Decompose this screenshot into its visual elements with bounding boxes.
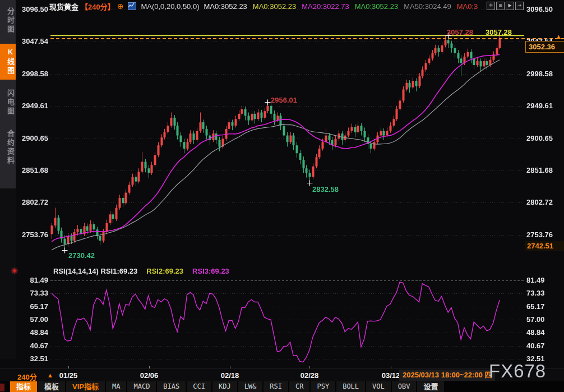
early-low-annotation: 2730.42 — [68, 251, 95, 260]
toolbar-item-KDJ[interactable]: KDJ — [212, 381, 237, 392]
trough-annotation: 2832.58 — [312, 185, 339, 193]
price-tick-right: 2949.61 — [526, 102, 561, 110]
rsi-tick-right: 40.67 — [526, 342, 561, 350]
rsi-tick-left: 32.51 — [16, 354, 48, 363]
chart-window-buttons: ✛⊞▶⇥ — [487, 2, 524, 10]
rsi-tick-left: 81.49 — [16, 276, 48, 284]
date-label: 02/06 — [140, 371, 159, 380]
toolbar-item-OBV[interactable]: OBV — [392, 381, 417, 392]
timeframe-selector[interactable]: 240分 — [17, 371, 37, 382]
rsi-tick-left: 48.84 — [16, 328, 48, 336]
toolbar-item-RSI[interactable]: RSI — [263, 381, 288, 392]
zoom-fit-icon[interactable]: ⊞ — [496, 2, 505, 10]
indicator-toolbar: 指标模板VIP指标MAMACDBIASCCIKDJLW&RSICRPSYBOLL… — [0, 381, 564, 392]
price-tick-left: 3096.50 — [16, 5, 48, 13]
trading-app-window: 分时图K线图闪电图合约资料 现货黄金 【240分】 ⊕ MA(0,0,20,0,… — [0, 0, 564, 392]
rsi-tick-left: 40.67 — [16, 342, 48, 350]
date-label: 03/12 — [382, 371, 400, 380]
chart-canvas[interactable] — [0, 0, 564, 392]
price-tick-left: 2949.61 — [16, 102, 48, 110]
date-label: 02/28 — [301, 371, 319, 380]
ma-value-6: MA0:3 — [457, 2, 478, 11]
price-tick-left: 2998.58 — [16, 70, 48, 78]
timeline-bar: 240分 ▲ 01/2502/0602/1802/2803/12 2025/03… — [0, 368, 564, 382]
toolbar-item-MACD[interactable]: MACD — [127, 381, 156, 392]
rsi-tick-left: 65.17 — [16, 302, 48, 311]
high-price-label-red: 3057.28 — [447, 28, 473, 36]
price-tick-right: 3096.50 — [526, 5, 561, 13]
rsi3-value: RSI3:69.23 — [192, 267, 229, 275]
symbol-title: 现货黄金 — [49, 1, 78, 12]
price-tick-right: 2900.65 — [526, 134, 561, 142]
high-price-label-yellow: 3057.28 — [486, 28, 512, 36]
price-tick-left: 2802.72 — [16, 198, 48, 206]
sidebar-tab-3[interactable]: 闪电图 — [0, 85, 16, 120]
chart-header: 现货黄金 【240分】 ⊕ MA(0,0,20,0,50,0) MA0:3052… — [49, 2, 478, 11]
chart-type-sidebar: 分时图K线图闪电图合约资料 — [0, 0, 16, 359]
sidebar-tab-1[interactable]: 分时图 — [0, 3, 16, 38]
price-tick-left: 2851.68 — [16, 166, 48, 174]
rsi-header: RSI(14,14,14) RSI1:69.23 RSI2:69.23 RSI3… — [53, 267, 229, 275]
rsi-tick-right: 81.49 — [526, 276, 561, 284]
rsi-tick-right: 48.84 — [526, 328, 561, 336]
price-tick-left: 2900.65 — [16, 134, 48, 142]
rsi-header-main: RSI(14,14,14) RSI1:69.23 — [53, 267, 137, 275]
timeframe-arrow-icon[interactable]: ▲ — [47, 372, 53, 379]
date-label: 01/25 — [59, 371, 78, 380]
toolbar-item-设置[interactable]: 设置 — [417, 381, 444, 392]
price-tick-right: 2998.58 — [526, 70, 561, 78]
period-label[interactable]: 【240分】 — [81, 1, 115, 12]
move-icon[interactable]: ✛ — [487, 2, 495, 10]
toolbar-item-CR[interactable]: CR — [289, 381, 309, 392]
toolbar-corner-decor — [0, 384, 4, 391]
toolbar-item-LW&[interactable]: LW& — [238, 381, 263, 392]
rsi-tick-left: 57.00 — [16, 315, 48, 324]
bar-datetime-tooltip: 2025/03/13 18:00~22:00 四 — [399, 370, 495, 381]
toolbar-item-PSY[interactable]: PSY — [311, 381, 335, 392]
indicator-close-icon[interactable]: ✳ — [11, 266, 18, 275]
price-tick-right: 2753.76 — [526, 230, 561, 239]
price-tick-left: 2753.76 — [16, 230, 48, 239]
rsi2-value: RSI2:69.23 — [146, 267, 183, 275]
rsi-tick-right: 57.00 — [526, 315, 561, 324]
collapse-right-icon[interactable]: ⇥ — [515, 2, 524, 10]
toolbar-item-MA[interactable]: MA — [106, 381, 126, 392]
price-tick-left: 3047.54 — [16, 37, 48, 45]
toolbar-item-CCI[interactable]: CCI — [187, 381, 211, 392]
ma-value-1: MA0:3052.23 — [204, 2, 247, 11]
date-label: 02/18 — [221, 371, 239, 380]
ma-value-5: MA50:3024.49 — [404, 2, 451, 11]
sidebar-tab-4[interactable]: 合约资料 — [0, 126, 16, 169]
sidebar-tab-2[interactable]: K线图 — [0, 44, 16, 80]
rsi-tick-left: 73.33 — [16, 289, 48, 297]
toolbar-item-BIAS[interactable]: BIAS — [157, 381, 186, 392]
session-low-badge: 2742.51 — [525, 241, 564, 251]
candlestick-mini-icon[interactable] — [128, 2, 136, 10]
rsi-tick-right: 65.17 — [526, 302, 561, 311]
ma-formula: MA(0,0,20,0,50,0) — [141, 2, 199, 11]
toolbar-item-VIP指标[interactable]: VIP指标 — [66, 381, 105, 392]
price-tick-right: 2851.68 — [526, 166, 561, 174]
price-tick-right: 2802.72 — [526, 198, 561, 206]
ma-values: MA0:3052.23MA0:3052.23MA20:3022.73MA0:30… — [204, 2, 478, 11]
rsi-tick-right: 73.33 — [526, 289, 561, 297]
fx678-watermark: FX678 — [489, 361, 546, 382]
pan-right-icon[interactable]: ▶ — [506, 2, 514, 10]
current-price-badge: 3052.36 — [525, 41, 564, 53]
peak-annotation: 2956.01 — [271, 96, 297, 104]
toolbar-item-指标[interactable]: 指标 — [10, 381, 37, 392]
toolbar-item-VOL[interactable]: VOL — [366, 381, 391, 392]
ma-value-3: MA20:3022.73 — [302, 2, 349, 11]
toolbar-item-BOLL[interactable]: BOLL — [336, 381, 365, 392]
toolbar-item-模板[interactable]: 模板 — [38, 381, 65, 392]
ma-value-4: MA0:3052.23 — [355, 2, 398, 11]
price-up-arrow-icon: ▲ — [556, 33, 562, 40]
ma-value-2: MA0:3052.23 — [253, 2, 296, 11]
add-indicator-icon[interactable]: ⊕ — [117, 3, 124, 10]
